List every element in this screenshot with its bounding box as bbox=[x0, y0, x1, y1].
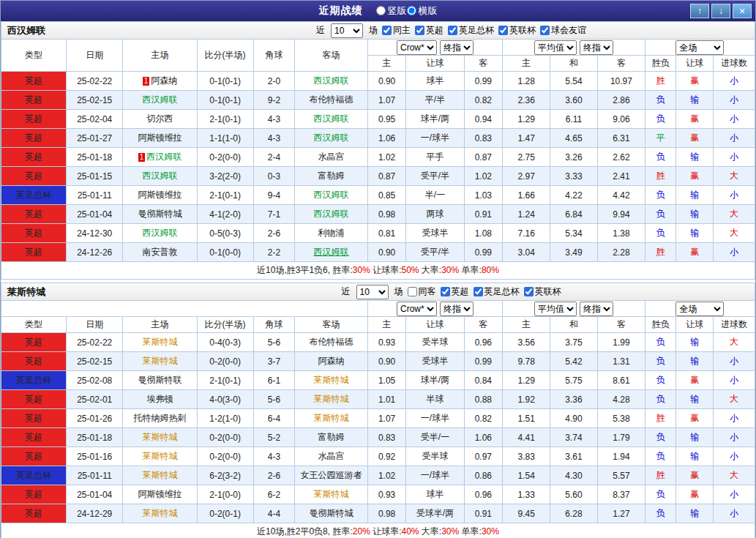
layout-option[interactable]: 横版 bbox=[407, 4, 438, 18]
team-name-link[interactable]: 西汉姆联 bbox=[142, 94, 177, 105]
home-team-cell: 曼彻斯特城 bbox=[123, 205, 197, 224]
score-cell: 0-1(0-0) bbox=[197, 243, 253, 262]
avg-draw-odds-cell: 3.36 bbox=[550, 390, 598, 409]
team-name-link[interactable]: 莱斯特城 bbox=[314, 375, 349, 385]
scroll-down-button[interactable]: ↓ bbox=[711, 4, 730, 18]
team-name-link[interactable]: 西汉姆联 bbox=[314, 75, 349, 86]
home-team-cell: 西汉姆联 bbox=[123, 224, 197, 243]
bookmaker-index-select[interactable]: 终指 bbox=[440, 302, 474, 316]
team-name-link[interactable]: 莱斯特城 bbox=[142, 508, 177, 518]
team-name-link[interactable]: 阿斯顿维拉 bbox=[138, 190, 181, 200]
dropdown-header-cell: 平均值终指 bbox=[503, 40, 645, 56]
team-name-link[interactable]: 水晶宫 bbox=[318, 152, 345, 162]
team-name-link[interactable]: 西汉姆联 bbox=[314, 113, 349, 124]
layout-radio[interactable] bbox=[376, 6, 386, 15]
team-name-link[interactable]: 西汉姆联 bbox=[142, 171, 177, 181]
summary-text: 30% bbox=[353, 265, 370, 275]
layout-radio[interactable] bbox=[407, 6, 416, 15]
filter-checkbox[interactable] bbox=[408, 287, 417, 296]
team-name-link[interactable]: 富勒姆 bbox=[318, 171, 345, 181]
team-name-link[interactable]: 阿斯顿维拉 bbox=[138, 132, 181, 143]
match-row: 英足总杯25-01-11莱斯特城6-2(3-2)2-6女王公园巡游者1.02一/… bbox=[1, 466, 755, 485]
match-row: 英超25-01-04曼彻斯特城4-1(2-0)7-1西汉姆联0.98两球0.91… bbox=[1, 205, 755, 224]
team-name-link[interactable]: 阿斯顿维拉 bbox=[138, 489, 181, 499]
team-name-link[interactable]: 莱斯特城 bbox=[314, 489, 349, 499]
filter-checkbox[interactable] bbox=[382, 26, 392, 35]
scroll-up-button[interactable]: ↑ bbox=[690, 4, 709, 18]
team-name-link[interactable]: 富勒姆 bbox=[318, 432, 345, 442]
team-name-link[interactable]: 阿森纳 bbox=[151, 75, 177, 86]
average-select[interactable]: 平均值 bbox=[534, 40, 577, 55]
average-select[interactable]: 平均值 bbox=[534, 302, 577, 316]
handicap-line-cell: 球半 bbox=[406, 485, 464, 504]
bookmaker-select[interactable]: Crow* bbox=[397, 302, 437, 316]
bookmaker-index-select[interactable]: 终指 bbox=[440, 40, 474, 55]
team-name-link[interactable]: 切尔西 bbox=[146, 113, 173, 124]
filter-option[interactable]: 英联杯 bbox=[498, 24, 536, 37]
team-name-link[interactable]: 托特纳姆热刺 bbox=[133, 413, 186, 423]
team-name-link[interactable]: 曼彻斯特城 bbox=[310, 508, 353, 518]
filter-option[interactable]: 英足总杯 bbox=[448, 24, 494, 37]
team-name-link[interactable]: 西汉姆联 bbox=[314, 190, 349, 200]
filter-option[interactable]: 球会友谊 bbox=[540, 24, 586, 37]
bookmaker-select[interactable]: Crow* bbox=[397, 40, 437, 55]
result-cell: 负 bbox=[645, 186, 676, 205]
team-name-link[interactable]: 曼彻斯特城 bbox=[138, 209, 181, 219]
layout-option[interactable]: 竖版 bbox=[376, 4, 407, 18]
filter-checkbox[interactable] bbox=[540, 26, 550, 35]
average-index-select[interactable]: 终指 bbox=[580, 40, 613, 55]
scope-select[interactable]: 全场 bbox=[675, 302, 724, 316]
match-count-select[interactable]: 10 bbox=[331, 23, 363, 38]
arrow-down-icon: ↓ bbox=[719, 6, 723, 16]
filter-option[interactable]: 同客 bbox=[408, 285, 436, 298]
team-name-link[interactable]: 莱斯特城 bbox=[142, 337, 177, 347]
team-name-link[interactable]: 南安普敦 bbox=[142, 247, 177, 257]
filter-checkbox[interactable] bbox=[474, 287, 483, 296]
handicap-home-odds-cell: 0.93 bbox=[367, 485, 406, 504]
team-name-link[interactable]: 埃弗顿 bbox=[146, 394, 173, 404]
filter-option[interactable]: 英超 bbox=[415, 24, 444, 37]
filter-option[interactable]: 英超 bbox=[441, 285, 469, 298]
filter-checkbox[interactable] bbox=[498, 26, 508, 35]
filter-checkbox[interactable] bbox=[448, 26, 457, 35]
filter-option[interactable]: 同主 bbox=[382, 24, 411, 37]
team-name-link[interactable]: 莱斯特城 bbox=[314, 413, 349, 423]
team-name-link[interactable]: 西汉姆联 bbox=[146, 152, 181, 162]
team-name-link[interactable]: 莱斯特城 bbox=[314, 394, 349, 404]
goals-result-cell: 小 bbox=[714, 243, 755, 262]
date-cell: 25-02-04 bbox=[67, 110, 123, 129]
match-count-select[interactable]: 10 bbox=[356, 285, 389, 299]
team-name-link[interactable]: 利物浦 bbox=[318, 228, 345, 238]
close-button[interactable]: × bbox=[733, 4, 752, 18]
team-name-link[interactable]: 西汉姆联 bbox=[314, 247, 349, 257]
filter-option[interactable]: 英足总杯 bbox=[474, 285, 520, 298]
average-index-select[interactable]: 终指 bbox=[580, 302, 613, 316]
filter-checkbox[interactable] bbox=[415, 26, 424, 35]
team-name-link[interactable]: 阿森纳 bbox=[318, 356, 345, 366]
team-name-link[interactable]: 莱斯特城 bbox=[142, 451, 177, 461]
corners-cell: 3-7 bbox=[253, 352, 295, 371]
team-name-link[interactable]: 莱斯特城 bbox=[142, 356, 177, 366]
filter-checkbox[interactable] bbox=[441, 287, 450, 296]
team-name-link[interactable]: 布伦特福德 bbox=[310, 94, 353, 105]
team-name-link[interactable]: 西汉姆联 bbox=[314, 132, 349, 143]
team-name-link[interactable]: 曼彻斯特联 bbox=[138, 375, 181, 385]
home-team-cell: 埃弗顿 bbox=[123, 390, 197, 409]
filter-checkbox[interactable] bbox=[524, 287, 534, 296]
result-cell: 负 bbox=[645, 352, 676, 371]
team-name-link[interactable]: 莱斯特城 bbox=[142, 470, 177, 480]
home-team-cell: 莱斯特城 bbox=[123, 466, 197, 485]
team-name-link[interactable]: 女王公园巡游者 bbox=[301, 470, 362, 480]
games-label: 场 bbox=[369, 24, 378, 37]
team-name-link[interactable]: 莱斯特城 bbox=[142, 432, 177, 442]
scope-select[interactable]: 全场 bbox=[675, 40, 724, 55]
team-name-link[interactable]: 水晶宫 bbox=[318, 451, 345, 461]
team-name-link[interactable]: 西汉姆联 bbox=[314, 209, 349, 219]
avg-away-odds-cell: 4.42 bbox=[597, 186, 645, 205]
team-name-link[interactable]: 布伦特福德 bbox=[310, 337, 353, 347]
summary-text: 50% bbox=[401, 265, 419, 275]
team-name-link[interactable]: 西汉姆联 bbox=[142, 228, 177, 238]
filter-option[interactable]: 英联杯 bbox=[524, 285, 561, 298]
result-cell: 负 bbox=[645, 428, 676, 447]
handicap-home-odds-cell: 0.95 bbox=[367, 110, 406, 129]
